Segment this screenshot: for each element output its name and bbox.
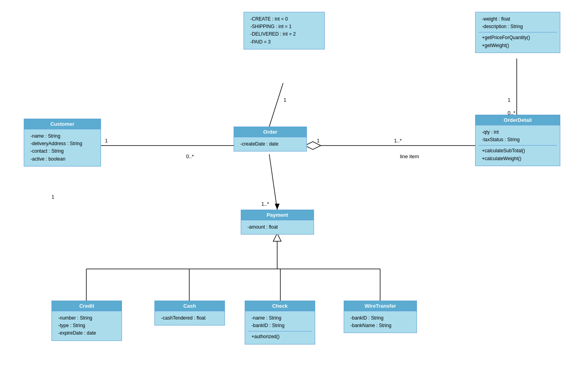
- order-attrs: -createDate : date: [237, 139, 303, 149]
- credit-class: Credit -number : String -type : String -…: [51, 301, 122, 341]
- attr-bankID: -bankID : String: [251, 322, 308, 329]
- label-1-order-right: 1: [317, 138, 320, 144]
- product-methods: +getPriceForQuantity() +getWeight(): [479, 32, 557, 51]
- orderdetail-header: OrderDetail: [476, 115, 560, 125]
- orderdetail-class: OrderDetail -qty : int -taxStatus : Stri…: [475, 115, 560, 166]
- label-1-product-top: 1: [508, 97, 510, 103]
- attr-active: -active : boolean: [30, 155, 94, 163]
- label-lineitem: line item: [400, 153, 419, 159]
- attr-name: -name : String: [30, 132, 94, 140]
- orderdetail-methods: +calculateSubTotal() +calculateWeight(): [479, 145, 557, 164]
- wiretransfer-class: WireTransfer -bankID : String -bankName …: [344, 301, 417, 333]
- order-header: Order: [234, 127, 306, 137]
- attr-qty: -qty : int: [482, 129, 554, 136]
- cash-header: Cash: [155, 301, 225, 311]
- product-partial-class: -weight : float -description : String +g…: [475, 12, 560, 53]
- attr-check-name: -name : String: [251, 314, 308, 322]
- attr-amount: -amount : float: [247, 223, 307, 231]
- check-class: Check -name : String -bankID : String +a…: [245, 301, 315, 344]
- cash-body: -cashTendered : float: [155, 311, 225, 325]
- payment-class: Payment -amount : float: [241, 210, 314, 235]
- orderdetail-attrs: -qty : int -taxStatus : String: [479, 127, 557, 145]
- attr-create: -CREATE : int = 0: [250, 15, 318, 23]
- order-status-attrs: -CREATE : int = 0 -SHIPPING : int = 1 -D…: [247, 14, 321, 47]
- credit-body: -number : String -type : String -expireD…: [52, 311, 122, 341]
- attr-deliveryAddress: -deliveryAddress : String: [30, 140, 94, 148]
- check-header: Check: [245, 301, 315, 311]
- svg-marker-5: [275, 204, 280, 210]
- attr-bankName: -bankName : String: [350, 322, 410, 329]
- order-status-class: -CREATE : int = 0 -SHIPPING : int = 1 -D…: [244, 12, 325, 49]
- check-body: -name : String -bankID : String +authori…: [245, 311, 315, 344]
- method-authorized: +authorized(): [251, 333, 308, 341]
- svg-line-0: [269, 83, 283, 127]
- customer-body: -name : String -deliveryAddress : String…: [24, 129, 101, 166]
- method-calculateSubTotal: +calculateSubTotal(): [482, 147, 554, 155]
- customer-class: Customer -name : String -deliveryAddress…: [24, 119, 101, 167]
- attr-taxStatus: -taxStatus : String: [482, 136, 554, 144]
- cash-class: Cash -cashTendered : float: [154, 301, 225, 325]
- order-status-body: -CREATE : int = 0 -SHIPPING : int = 1 -D…: [244, 12, 324, 49]
- attr-number: -number : String: [58, 314, 115, 322]
- method-getWeight: +getWeight(): [482, 42, 554, 49]
- attr-weight: -weight : float: [482, 15, 554, 23]
- label-1-customer-left: 1: [105, 138, 108, 144]
- product-partial-body: -weight : float -description : String +g…: [476, 12, 560, 53]
- attr-shipping: -SHIPPING : int = 1: [250, 23, 318, 30]
- order-class: Order -createDate : date: [234, 127, 307, 151]
- cash-attrs: -cashTendered : float: [158, 313, 221, 324]
- attr-type: -type : String: [58, 322, 115, 329]
- attr-contact: -contact : String: [30, 148, 94, 155]
- wiretransfer-header: WireTransfer: [344, 301, 417, 311]
- method-calculateWeight: +calculateWeight(): [482, 155, 554, 163]
- label-1-orderstatus: 1: [284, 97, 286, 103]
- wiretransfer-attrs: -bankID : String -bankName : String: [347, 313, 413, 331]
- customer-attrs: -name : String -deliveryAddress : String…: [27, 131, 97, 165]
- payment-body: -amount : float: [241, 220, 314, 234]
- credit-attrs: -number : String -type : String -expireD…: [55, 313, 118, 339]
- svg-line-4: [269, 154, 277, 210]
- check-methods: +authorized(): [248, 331, 312, 342]
- label-1star-orderdetail: 1..*: [394, 138, 402, 144]
- attr-cashTendered: -cashTendered : float: [161, 314, 218, 322]
- attr-createDate: -createDate : date: [240, 140, 300, 148]
- label-1-customer-bottom: 1: [51, 194, 54, 200]
- method-getPriceForQuantity: +getPriceForQuantity(): [482, 34, 554, 42]
- payment-attrs: -amount : float: [244, 222, 310, 233]
- wiretransfer-body: -bankID : String -bankName : String: [344, 311, 417, 333]
- attr-bankID-wt: -bankID : String: [350, 314, 410, 322]
- attr-delivered: -DELIVERED : int = 2: [250, 30, 318, 38]
- orderdetail-body: -qty : int -taxStatus : String +calculat…: [476, 125, 560, 166]
- label-0star-orderdetail-top: 0..*: [508, 110, 516, 116]
- credit-header: Credit: [52, 301, 122, 311]
- label-1star-payment: 1..*: [261, 201, 269, 207]
- diagram-container: -CREATE : int = 0 -SHIPPING : int = 1 -D…: [0, 0, 588, 369]
- attr-expireDate: -expireDate : date: [58, 329, 115, 337]
- attr-description: -description : String: [482, 23, 554, 30]
- label-0star-order-left: 0..*: [186, 153, 194, 159]
- product-attrs: -weight : float -description : String: [479, 14, 557, 32]
- customer-header: Customer: [24, 119, 101, 129]
- order-body: -createDate : date: [234, 137, 306, 151]
- attr-paid: -PAID = 3: [250, 38, 318, 46]
- payment-header: Payment: [241, 210, 314, 220]
- check-attrs: -name : String -bankID : String: [248, 313, 312, 331]
